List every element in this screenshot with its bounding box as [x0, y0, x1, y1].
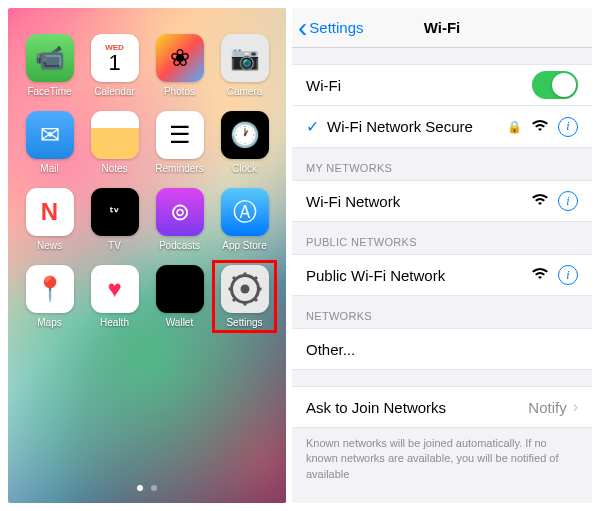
app-photos[interactable]: ❀Photos	[152, 34, 207, 97]
public-network-row[interactable]: Public Wi-Fi Network i	[292, 254, 592, 296]
chevron-right-icon: ›	[573, 398, 578, 416]
app-label: Wallet	[166, 317, 193, 328]
app-label: Settings	[226, 317, 262, 328]
camera-icon: 📷	[221, 34, 269, 82]
app-notes[interactable]: Notes	[87, 111, 142, 174]
app-label: Photos	[164, 86, 195, 97]
other-label: Other...	[306, 341, 355, 358]
home-screen: 📹FaceTime WED1Calendar ❀Photos 📷Camera ✉…	[8, 8, 286, 503]
app-reminders[interactable]: ☰Reminders	[152, 111, 207, 174]
page-dots	[8, 485, 286, 491]
app-clock[interactable]: 🕐Clock	[217, 111, 272, 174]
other-network-row[interactable]: Other...	[292, 328, 592, 370]
app-mail[interactable]: ✉Mail	[22, 111, 77, 174]
network-name: Wi-Fi Network Secure	[327, 118, 507, 135]
app-label: Notes	[101, 163, 127, 174]
app-wallet[interactable]: 🗂Wallet	[152, 265, 207, 328]
app-label: Mail	[40, 163, 58, 174]
svg-line-8	[233, 298, 236, 301]
news-icon: N	[26, 188, 74, 236]
wifi-toggle-label: Wi-Fi	[306, 77, 532, 94]
lock-icon: 🔒	[507, 120, 522, 134]
wifi-toggle-row[interactable]: Wi-Fi	[292, 64, 592, 106]
ask-label: Ask to Join Networks	[306, 399, 528, 416]
app-label: TV	[108, 240, 121, 251]
app-podcasts[interactable]: ⊚Podcasts	[152, 188, 207, 251]
app-camera[interactable]: 📷Camera	[217, 34, 272, 97]
app-label: Maps	[37, 317, 61, 328]
podcasts-icon: ⊚	[156, 188, 204, 236]
app-label: Calendar	[94, 86, 135, 97]
settings-icon	[221, 265, 269, 313]
app-settings[interactable]: Settings	[212, 260, 277, 333]
ask-footer: Known networks will be joined automatica…	[292, 428, 592, 490]
mail-icon: ✉	[26, 111, 74, 159]
connected-network-row[interactable]: ✓ Wi-Fi Network Secure 🔒 i	[292, 106, 592, 148]
svg-line-9	[254, 277, 257, 280]
app-maps[interactable]: 📍Maps	[22, 265, 77, 328]
facetime-icon: 📹	[26, 34, 74, 82]
wifi-signal-icon	[532, 267, 548, 283]
app-label: News	[37, 240, 62, 251]
svg-line-7	[254, 298, 257, 301]
app-facetime[interactable]: 📹FaceTime	[22, 34, 77, 97]
networks-header: NETWORKS	[292, 296, 592, 328]
my-networks-header: MY NETWORKS	[292, 148, 592, 180]
app-label: Podcasts	[159, 240, 200, 251]
check-icon: ✓	[306, 117, 319, 136]
nav-bar: Settings Wi-Fi	[292, 8, 592, 48]
network-name: Wi-Fi Network	[306, 193, 532, 210]
info-icon[interactable]: i	[558, 117, 578, 137]
app-label: Camera	[227, 86, 263, 97]
app-health[interactable]: ♥Health	[87, 265, 142, 328]
reminders-icon: ☰	[156, 111, 204, 159]
notes-icon	[91, 111, 139, 159]
ask-value: Notify	[528, 399, 566, 416]
maps-icon: 📍	[26, 265, 74, 313]
wifi-settings-screen: Settings Wi-Fi Wi-Fi ✓ Wi-Fi Network Sec…	[292, 8, 592, 503]
info-icon[interactable]: i	[558, 191, 578, 211]
wallet-icon: 🗂	[156, 265, 204, 313]
network-name: Public Wi-Fi Network	[306, 267, 532, 284]
app-grid: 📹FaceTime WED1Calendar ❀Photos 📷Camera ✉…	[8, 8, 286, 328]
app-label: FaceTime	[27, 86, 71, 97]
app-label: Clock	[232, 163, 257, 174]
wifi-signal-icon	[532, 193, 548, 209]
wifi-signal-icon	[532, 119, 548, 135]
app-calendar[interactable]: WED1Calendar	[87, 34, 142, 97]
ask-to-join-row[interactable]: Ask to Join Networks Notify ›	[292, 386, 592, 428]
my-network-row[interactable]: Wi-Fi Network i	[292, 180, 592, 222]
tv-icon: ᵗᵛ	[91, 188, 139, 236]
appstore-icon: Ⓐ	[221, 188, 269, 236]
wifi-toggle[interactable]	[532, 71, 578, 99]
photos-icon: ❀	[156, 34, 204, 82]
health-icon: ♥	[91, 265, 139, 313]
calendar-icon: WED1	[91, 34, 139, 82]
info-icon[interactable]: i	[558, 265, 578, 285]
app-news[interactable]: NNews	[22, 188, 77, 251]
clock-icon: 🕐	[221, 111, 269, 159]
back-button[interactable]: Settings	[298, 14, 364, 42]
public-networks-header: PUBLIC NETWORKS	[292, 222, 592, 254]
app-appstore[interactable]: ⒶApp Store	[217, 188, 272, 251]
svg-line-6	[233, 277, 236, 280]
app-label: App Store	[222, 240, 266, 251]
svg-point-1	[240, 285, 249, 294]
app-tv[interactable]: ᵗᵛTV	[87, 188, 142, 251]
app-label: Reminders	[155, 163, 203, 174]
app-label: Health	[100, 317, 129, 328]
